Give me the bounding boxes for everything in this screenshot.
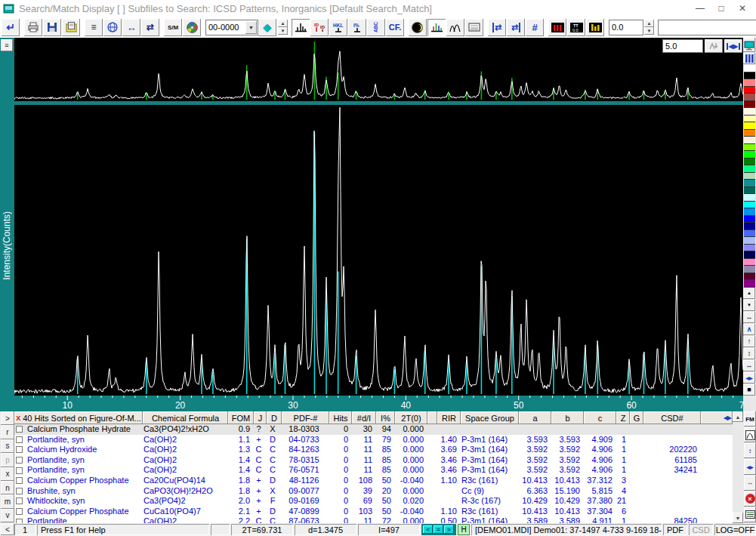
color-swatch-19[interactable] [744, 202, 755, 209]
profile-fit-button[interactable] [446, 19, 464, 36]
result-row-7[interactable]: Whitlockite, synCa3(PO4)22.0+F09-0169069… [14, 496, 733, 507]
close-button[interactable]: ✕ [732, 1, 753, 16]
column-header-csd-[interactable]: CSD# [643, 411, 701, 424]
column-header-hits[interactable]: Hits [329, 411, 352, 424]
phase-combo[interactable]: ▼ [658, 20, 756, 35]
result-row-3[interactable]: Portlandite, synCa(OH)21.4CC78-031501185… [14, 455, 733, 466]
pdf-toggle[interactable]: PDF [663, 524, 687, 535]
highlight-button[interactable]: H [458, 524, 470, 535]
id-labels-button[interactable]: IDID [310, 19, 329, 36]
fit-width-button[interactable]: ◀▶ [724, 39, 742, 53]
overview-zoom-input[interactable] [662, 39, 703, 53]
strip-scroll-back-button[interactable]: < [1, 524, 14, 535]
spin-down-button[interactable]: ▼ [644, 27, 654, 35]
solid-fill-button[interactable]: ■ [743, 384, 755, 396]
row-up-down-button[interactable]: ↕ [744, 443, 756, 458]
hkl-labels-button[interactable]: HKL [329, 19, 347, 36]
column-header-2t-0-[interactable]: 2T(0) [395, 411, 427, 424]
pdf-cd-button[interactable] [183, 19, 201, 36]
log-toggle[interactable]: LOG=OFF [714, 524, 756, 535]
maximize-button[interactable]: □ [711, 1, 732, 16]
row-checkbox[interactable] [16, 508, 23, 515]
results-scrollbar[interactable]: ▲ ▼ [733, 411, 743, 523]
command-button->[interactable]: > [1, 411, 14, 425]
main-pattern-chart[interactable] [14, 105, 743, 396]
column-header-a[interactable]: a [519, 411, 551, 424]
column-header-chemical-formula[interactable]: Chemical Formula [143, 411, 228, 424]
dropdown-arrow-icon[interactable]: ▼ [245, 21, 257, 34]
color-swatch-20[interactable] [744, 208, 755, 216]
color-swatch-29[interactable] [744, 273, 755, 281]
hit-list-options-button[interactable] [744, 507, 756, 522]
color-swatch-8[interactable] [744, 122, 755, 130]
offset-input[interactable]: 0.0 [609, 20, 643, 35]
monitor-button[interactable] [743, 38, 755, 52]
column-header--d-i[interactable]: #d/I [352, 411, 376, 424]
color-swatch-12[interactable] [744, 151, 755, 159]
row-checkbox[interactable] [16, 477, 23, 484]
scroll-up-button[interactable]: ▲ [733, 411, 743, 422]
scroll-down-button[interactable]: ▼ [733, 513, 743, 523]
column-expand-button[interactable]: ↔ [744, 476, 756, 491]
row-checkbox[interactable] [16, 497, 23, 504]
color-swatch-18[interactable] [744, 194, 755, 202]
color-swatch-15[interactable] [744, 173, 755, 180]
palette-scroll-up-button[interactable]: ▲ [743, 288, 755, 299]
fit-horizontal-button[interactable]: ◀▶ [743, 372, 755, 384]
expand-vertical-button[interactable]: ↕ [743, 348, 755, 359]
column-header-b[interactable]: b [551, 411, 584, 424]
color-swatch-1[interactable] [744, 72, 755, 80]
color-swatch-3[interactable] [744, 87, 755, 94]
column-header-d[interactable]: D [267, 411, 282, 424]
command-button-r[interactable]: r [1, 425, 14, 439]
fom-sort-button[interactable]: FM [744, 411, 756, 427]
expand-top-button[interactable]: ∧ [743, 324, 755, 335]
delete-hits-button[interactable]: × [744, 491, 756, 507]
shift-up-button[interactable]: ↑ [743, 336, 755, 347]
color-swatch-22[interactable] [744, 223, 755, 230]
color-swatch-14[interactable] [744, 165, 755, 173]
color-swatch-30[interactable] [744, 280, 755, 288]
color-swatch-2[interactable] [744, 79, 755, 87]
color-swatch-13[interactable] [744, 159, 755, 166]
row-checkbox[interactable] [16, 467, 23, 474]
red-sticks-button[interactable] [548, 19, 566, 36]
row-checkbox[interactable] [16, 446, 23, 453]
csd-toggle[interactable]: CSD [689, 524, 713, 535]
web-search-button[interactable] [103, 19, 122, 36]
command-button-n[interactable]: n [1, 481, 14, 494]
spin-up-button[interactable]: ▲ [278, 20, 288, 27]
color-swatch-16[interactable] [744, 180, 755, 187]
compress-horizontal-button[interactable]: ↔ [743, 360, 755, 371]
background-toggle-button[interactable] [409, 19, 427, 36]
zoom-peak-button[interactable] [705, 39, 723, 53]
color-swatch-7[interactable] [744, 116, 755, 123]
pan-horizontal-button[interactable]: ↔ [743, 312, 755, 323]
command-button-m[interactable]: m [1, 494, 14, 508]
yellow-sticks-button[interactable] [586, 19, 604, 36]
column-header-space-group[interactable]: Space Group [461, 411, 519, 424]
profile-preview-button[interactable] [744, 427, 756, 442]
column-header-40-hits-sorted-on-figure-of-m-[interactable]: X40 Hits Sorted on Figure-Of-M... [14, 411, 143, 424]
color-swatch-10[interactable] [744, 137, 755, 144]
column-header-g[interactable]: G [630, 411, 643, 424]
color-swatch-21[interactable] [744, 216, 755, 223]
overview-pattern-chart[interactable] [14, 38, 743, 101]
result-row-6[interactable]: Brushite, synCaPO3(OH)!2H2O1.8+X09-00770… [14, 486, 733, 497]
minimize-button[interactable]: — [690, 1, 711, 16]
chemistry-filter-button[interactable]: CF. [386, 19, 404, 36]
search-match-button[interactable]: S/M [164, 19, 182, 36]
preview-window-button[interactable] [465, 19, 483, 36]
command-button-s[interactable]: s [1, 439, 14, 453]
color-swatch-28[interactable] [744, 266, 755, 273]
color-swatch-11[interactable] [744, 144, 755, 152]
result-row-0[interactable]: Calcium Phosphate HydrateCa3(PO4)2!xH2O0… [14, 424, 733, 435]
shift-right-button[interactable]: ⇄ [507, 19, 525, 36]
column-resize-arrows[interactable]: ◀▶ [701, 411, 733, 424]
result-row-8[interactable]: Calcium Copper PhosphateCuCa10(PO4)72.1+… [14, 507, 733, 517]
column-header-rir[interactable]: RIR [437, 411, 461, 424]
color-swatch-9[interactable] [744, 130, 755, 137]
nav-next-button[interactable]: > [444, 525, 454, 534]
command-button-p[interactable]: p [1, 453, 14, 467]
color-sticks-button[interactable] [427, 19, 446, 36]
